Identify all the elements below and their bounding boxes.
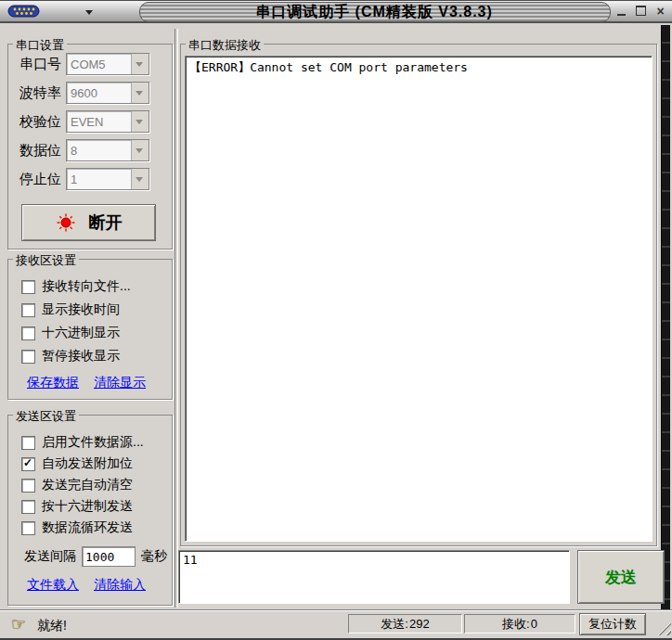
save-data-link[interactable]: 保存数据 [27,375,79,391]
panel-divider [174,29,178,608]
disconnect-button-label: 断开 [89,211,123,234]
chevron-down-icon[interactable] [131,111,149,132]
com-port-label: 串口号 [19,56,66,73]
parity-row: 校验位 EVEN [19,110,149,133]
stop-bits-row: 停止位 1 [19,168,149,190]
receive-data-legend: 串口数据接收 [186,37,264,54]
parity-value: EVEN [67,111,131,132]
led-icon [56,212,76,233]
resize-grip[interactable] [658,622,671,635]
chevron-down-icon[interactable] [131,169,149,189]
receive-data-group: 串口数据接收 【ERROR】Cannot set COM port parame… [180,44,657,546]
load-file-link[interactable]: 文件载入 [27,577,79,594]
clear-display-link[interactable]: 清除显示 [94,375,146,391]
title-bar[interactable]: 串口调试助手 (CM精装版 V3.8.3) × [0,1,672,23]
minimize-button[interactable] [615,6,627,17]
received-counter-label: 接收: [502,616,530,633]
reset-counters-button[interactable]: 复位计数 [579,613,646,635]
maximize-button[interactable] [635,6,647,17]
com-port-select[interactable]: COM5 [66,53,149,75]
checkbox-label: 启用文件数据源... [42,434,144,451]
chevron-down-icon[interactable] [131,54,149,74]
send-button[interactable]: 发送 [577,550,665,604]
data-bits-row: 数据位 8 [19,139,149,161]
serial-connector-icon[interactable] [7,4,45,19]
send-interval-input[interactable] [82,546,136,567]
checkbox-label: 十六进制显示 [42,325,120,341]
send-interval-unit: 毫秒 [141,548,167,565]
checkbox-row-pause-receive[interactable]: 暂停接收显示 [21,348,120,365]
data-bits-label: 数据位 [19,142,66,160]
reset-counters-label: 复位计数 [588,616,637,633]
checkbox[interactable] [21,280,35,294]
checkbox-label: 接收转向文件... [42,278,131,295]
received-counter-panel: 接收: 0 [464,614,575,634]
baud-rate-row: 波特率 9600 [19,82,149,104]
checkbox[interactable] [21,500,35,514]
checkbox[interactable] [21,326,35,340]
send-settings-legend: 发送区设置 [13,408,79,425]
sent-counter-value: 292 [409,617,430,631]
send-input[interactable]: 11 [178,550,570,604]
baud-rate-label: 波特率 [19,84,66,102]
clear-input-link[interactable]: 清除输入 [94,577,146,594]
checkbox[interactable] [21,436,35,450]
titlebar-menu-arrow-icon[interactable] [85,10,93,15]
baud-rate-select[interactable]: 9600 [66,82,149,104]
sent-counter-label: 发送: [381,616,408,633]
checkbox-row-file-data-source[interactable]: 启用文件数据源... [21,434,144,451]
send-interval-row: 发送间隔 毫秒 [24,546,167,567]
checkbox-row-send-as-hex[interactable]: 按十六进制发送 [21,498,133,515]
right-edge-decor [661,25,670,609]
sent-counter-panel: 发送: 292 [348,614,462,634]
com-port-value: COM5 [67,54,131,74]
receive-data-display[interactable]: 【ERROR】Cannot set COM port parameters [185,56,653,542]
send-settings-group: 发送区设置 启用文件数据源... 自动发送附加位 发送完自动清空 按十六进制发送… [7,415,173,606]
checkbox-row-receive-to-file[interactable]: 接收转向文件... [21,278,131,295]
checkbox-label: 按十六进制发送 [42,498,133,515]
pointing-hand-icon: ☞ [11,614,26,634]
baud-rate-value: 9600 [67,83,131,103]
parity-label: 校验位 [19,113,66,131]
disconnect-button[interactable]: 断开 [21,204,156,241]
status-bar: ☞ 就绪! 发送: 292 接收: 0 复位计数 [0,609,672,640]
stop-bits-value: 1 [67,169,131,189]
checkbox-row-hex-display[interactable]: 十六进制显示 [21,325,120,341]
data-bits-value: 8 [67,140,131,160]
checkbox-label: 发送完自动清空 [42,477,133,493]
chevron-down-icon[interactable] [131,140,149,160]
received-counter-value: 0 [531,617,537,631]
checkbox-label: 数据流循环发送 [42,519,133,536]
checkbox-row-show-receive-time[interactable]: 显示接收时间 [21,301,120,318]
checkbox[interactable] [21,303,35,317]
serial-settings-legend: 串口设置 [13,37,67,54]
checkbox-row-auto-clear-after-send[interactable]: 发送完自动清空 [21,477,133,493]
checkbox-label: 暂停接收显示 [42,348,120,365]
send-interval-label: 发送间隔 [24,548,76,565]
close-button[interactable]: × [654,6,666,17]
stop-bits-label: 停止位 [19,171,66,188]
checkbox-row-auto-append-bit[interactable]: 自动发送附加位 [21,455,133,472]
status-message: 就绪! [37,618,67,634]
stop-bits-select[interactable]: 1 [66,168,149,190]
app-window: 串口调试助手 (CM精装版 V3.8.3) × 串口设置 串口号 COM5 [0,0,672,640]
checkbox-row-loop-send[interactable]: 数据流循环发送 [21,519,133,536]
send-button-label: 发送 [605,567,637,588]
chevron-down-icon[interactable] [131,83,149,103]
checkbox[interactable] [21,479,35,493]
receive-settings-group: 接收区设置 接收转向文件... 显示接收时间 十六进制显示 暂停接收显示 保存数… [7,259,173,400]
checkbox-label: 显示接收时间 [42,301,120,318]
serial-settings-group: 串口设置 串口号 COM5 波特率 9600 校验位 EVEN 数据位 [7,44,173,250]
checkbox[interactable] [21,350,35,364]
receive-settings-legend: 接收区设置 [13,252,79,269]
parity-select[interactable]: EVEN [66,110,149,133]
checkbox[interactable] [21,457,35,471]
window-title: 串口调试助手 (CM精装版 V3.8.3) [139,3,609,22]
checkbox[interactable] [21,521,35,535]
checkbox-label: 自动发送附加位 [42,455,133,472]
com-port-row: 串口号 COM5 [19,53,149,75]
data-bits-select[interactable]: 8 [66,139,149,161]
